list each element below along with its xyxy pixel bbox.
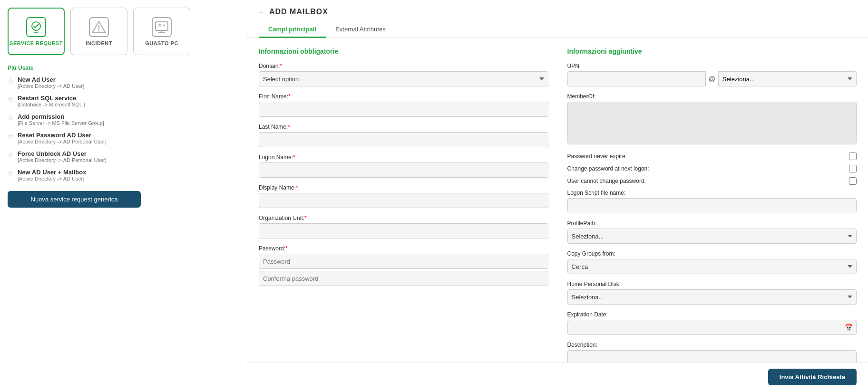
star-icon-2[interactable]: ☆ [8, 114, 14, 122]
upn-row: @ Seleziona... [567, 71, 857, 86]
memberof-textarea[interactable] [567, 102, 857, 144]
password-label: Password:* [259, 245, 548, 252]
logon-label: Logon Name:* [259, 154, 548, 161]
lastname-label: Last Name:* [259, 124, 548, 130]
password-input[interactable] [259, 254, 548, 269]
service-cards: SERVICE REQUEST INCIDENT GUASTO PC [8, 8, 239, 55]
list-item-2[interactable]: ☆ Add permission [File Server -> MS File… [8, 113, 239, 126]
item-title-4: Force Unblock AD User [18, 150, 107, 157]
domain-select[interactable]: Select option [259, 71, 548, 86]
lastname-input[interactable] [259, 132, 548, 147]
user-cannot-change-row: User cannot change password: [567, 177, 857, 185]
display-label: Display Name:* [259, 184, 548, 191]
profile-path-label: ProfilePath: [567, 220, 857, 227]
firstname-label: First Name:* [259, 93, 548, 100]
pwd-never-expire-label: Password never expire: [567, 153, 627, 160]
card-guasto-pc-label: GUASTO PC [145, 40, 178, 46]
profile-path-field: ProfilePath: Seleziona... [567, 220, 857, 244]
logon-script-input[interactable] [567, 198, 857, 213]
user-cannot-change-checkbox[interactable] [849, 177, 857, 185]
item-sub-5: [Active Directory -> AD User] [18, 176, 86, 181]
section-title: Più Usate [8, 65, 239, 71]
sidebar: SERVICE REQUEST INCIDENT GUASTO PC [0, 0, 247, 391]
domain-field: Domain:* Select option [259, 63, 548, 86]
expiration-field: Expiration Date: 📅 [567, 311, 857, 335]
home-disk-select[interactable]: Seleziona... [567, 289, 857, 305]
upn-label: UPN: [567, 63, 857, 69]
tabs: Campi principali External Attributes [247, 16, 868, 38]
form-area: Informazioni obbligatorie Domain:* Selec… [247, 38, 868, 362]
domain-label: Domain:* [259, 63, 548, 69]
password-field: Password:* [259, 245, 548, 286]
upn-text-input[interactable] [567, 71, 706, 86]
list-item-3[interactable]: ☆ Reset Password AD User [Active Directo… [8, 132, 239, 144]
description-input[interactable] [567, 350, 857, 362]
orgunit-input[interactable] [259, 223, 548, 238]
upn-domain-select[interactable]: Seleziona... [718, 71, 857, 86]
item-title-1: Restart SQL service [18, 95, 85, 102]
mandatory-col: Informazioni obbligatorie Domain:* Selec… [259, 48, 548, 353]
change-pwd-label: Change password at next logon: [567, 165, 649, 172]
star-icon-5[interactable]: ☆ [8, 169, 14, 178]
mandatory-title: Informazioni obbligatorie [259, 48, 548, 55]
pwd-never-expire-checkbox[interactable] [849, 153, 857, 160]
page-header: ← ADD MAILBOX [247, 0, 868, 16]
additional-col: Informazioni aggiuntive UPN: @ Seleziona… [567, 48, 857, 353]
new-request-button[interactable]: Nuova service request generica [8, 191, 141, 208]
expiration-input[interactable] [567, 320, 857, 335]
item-title-2: Add permission [18, 113, 104, 120]
bottom-bar: Invia Attività Richiesta [247, 362, 868, 391]
star-icon-1[interactable]: ☆ [8, 95, 14, 104]
card-service-request-label: SERVICE REQUEST [10, 40, 63, 46]
guasto-pc-icon [151, 17, 172, 38]
list-item-4[interactable]: ☆ Force Unblock AD User [Active Director… [8, 150, 239, 163]
expiration-wrapper: 📅 [567, 320, 857, 335]
service-request-icon [26, 17, 47, 38]
firstname-field: First Name:* [259, 93, 548, 117]
item-title-3: Reset Password AD User [18, 132, 107, 139]
logon-field: Logon Name:* [259, 154, 548, 178]
description-field: Description: [567, 342, 857, 362]
back-arrow-icon[interactable]: ← [259, 8, 265, 16]
change-pwd-row: Change password at next logon: [567, 165, 857, 172]
description-label: Description: [567, 342, 857, 348]
list-item-0[interactable]: ☆ New Ad User [Active Directory -> AD Us… [8, 76, 239, 89]
change-pwd-checkbox[interactable] [849, 165, 857, 172]
item-title-5: New AD User + Mailbox [18, 169, 86, 176]
profile-path-select[interactable]: Seleziona... [567, 229, 857, 244]
home-disk-field: Home Personal Disk: Seleziona... [567, 281, 857, 305]
memberof-label: MemberOf: [567, 93, 857, 100]
item-sub-3: [Active Directory -> AD Personal User] [18, 139, 107, 144]
card-incident[interactable]: INCIDENT [70, 8, 127, 55]
list-item-1[interactable]: ☆ Restart SQL service [Database -> Micro… [8, 95, 239, 107]
confirm-password-input[interactable] [259, 271, 548, 286]
user-cannot-change-label: User cannot change password: [567, 178, 646, 184]
copy-groups-select[interactable]: Cerca [567, 259, 857, 274]
item-sub-2: [File Server -> MS File Server Group] [18, 120, 104, 126]
card-guasto-pc[interactable]: GUASTO PC [133, 8, 190, 55]
item-title-0: New Ad User [18, 76, 84, 83]
logon-input[interactable] [259, 162, 548, 178]
main-content: ← ADD MAILBOX Campi principali External … [247, 0, 868, 391]
upn-field: UPN: @ Seleziona... [567, 63, 857, 86]
logon-script-label: Logon Script file name: [567, 190, 857, 196]
star-icon-4[interactable]: ☆ [8, 151, 14, 159]
star-icon-0[interactable]: ☆ [8, 76, 14, 85]
display-input[interactable] [259, 193, 548, 208]
svg-rect-6 [156, 22, 168, 30]
orgunit-field: Organization Unit:* [259, 215, 548, 238]
item-sub-4: [Active Directory -> AD Personal User] [18, 157, 107, 163]
tab-external-attributes[interactable]: External Attributes [326, 22, 395, 38]
lastname-field: Last Name:* [259, 124, 548, 147]
svg-point-4 [98, 30, 99, 31]
firstname-input[interactable] [259, 102, 548, 117]
star-icon-3[interactable]: ☆ [8, 132, 14, 141]
orgunit-label: Organization Unit:* [259, 215, 548, 221]
item-sub-1: [Database -> Microsoft SQLI] [18, 102, 85, 107]
submit-button[interactable]: Invia Attività Richiesta [768, 369, 857, 385]
logon-script-field: Logon Script file name: [567, 190, 857, 213]
card-service-request[interactable]: SERVICE REQUEST [8, 8, 65, 55]
list-items: ☆ New Ad User [Active Directory -> AD Us… [8, 76, 239, 181]
tab-campi-principali[interactable]: Campi principali [259, 22, 326, 38]
list-item-5[interactable]: ☆ New AD User + Mailbox [Active Director… [8, 169, 239, 181]
